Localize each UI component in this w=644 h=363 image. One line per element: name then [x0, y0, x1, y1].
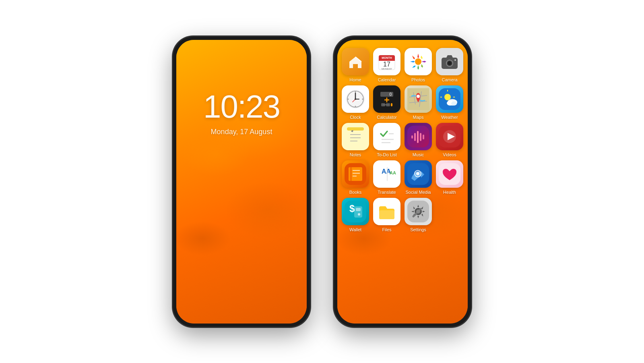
svg-text:17: 17 — [383, 61, 390, 68]
app-clock-label: Clock — [350, 115, 361, 120]
app-videos-label: Videos — [443, 152, 456, 157]
app-camera-label: Camera — [442, 77, 457, 82]
app-grid: Home MONTH 17 MONDAY Calend — [341, 48, 464, 232]
svg-point-17 — [355, 98, 356, 100]
svg-point-11 — [454, 59, 456, 61]
app-social[interactable]: Social Media — [404, 160, 432, 195]
app-music-label: Music — [413, 152, 424, 157]
app-home-label: Home — [349, 77, 361, 82]
svg-point-31 — [417, 95, 420, 98]
svg-point-19 — [355, 106, 356, 107]
svg-point-71 — [416, 172, 419, 175]
app-files-label: Files — [382, 227, 391, 232]
svg-rect-54 — [420, 133, 421, 141]
app-calculator[interactable]: 0 Calculator — [373, 85, 401, 120]
lock-time: 10:23 — [203, 88, 280, 125]
svg-rect-28 — [391, 103, 392, 106]
svg-point-6 — [415, 58, 421, 65]
svg-point-40 — [451, 102, 457, 106]
svg-rect-53 — [417, 131, 419, 143]
app-wallet-label: Wallet — [349, 227, 361, 232]
app-maps-label: Maps — [413, 115, 424, 120]
app-books[interactable]: Books — [341, 160, 369, 195]
app-translate-label: Translate — [378, 190, 396, 195]
app-notes-label: Notes — [350, 152, 361, 157]
svg-point-83 — [416, 210, 420, 214]
app-todo-label: To-Do List — [377, 152, 397, 157]
app-calculator-label: Calculator — [377, 115, 397, 120]
app-music[interactable]: Music — [404, 123, 432, 157]
svg-point-33 — [444, 94, 451, 100]
app-photos[interactable]: Photos — [404, 48, 432, 82]
svg-rect-76 — [356, 208, 361, 211]
svg-rect-61 — [350, 167, 352, 181]
app-camera[interactable]: Camera — [436, 48, 464, 82]
svg-point-20 — [348, 98, 349, 100]
app-books-label: Books — [349, 190, 362, 195]
svg-text:$: $ — [349, 203, 355, 214]
app-wallet[interactable]: $ Wallet — [341, 198, 369, 232]
app-photos-label: Photos — [411, 77, 425, 82]
svg-point-10 — [448, 61, 452, 65]
app-translate[interactable]: AA AA Translate — [373, 160, 401, 195]
app-weather[interactable]: Weather — [436, 85, 464, 120]
app-home[interactable]: Home — [341, 48, 369, 82]
svg-point-21 — [362, 98, 363, 100]
app-videos[interactable]: Videos — [436, 123, 464, 157]
app-clock[interactable]: Clock — [341, 85, 369, 120]
svg-text:0: 0 — [389, 92, 392, 97]
svg-rect-52 — [414, 133, 416, 141]
app-weather-label: Weather — [441, 115, 458, 120]
app-social-label: Social Media — [406, 190, 431, 195]
svg-text:MONDAY: MONDAY — [382, 68, 392, 70]
lockscreen-phone: 10:23 Monday, 17 August — [173, 37, 310, 327]
homescreen-phone: Home MONTH 17 MONDAY Calend — [334, 37, 471, 327]
app-maps[interactable]: Maps — [404, 85, 432, 120]
app-calendar-label: Calendar — [378, 77, 396, 82]
svg-text:MONTH: MONTH — [382, 56, 392, 59]
app-todo[interactable]: To-Do List — [373, 123, 401, 157]
app-health-label: Health — [443, 190, 456, 195]
svg-rect-42 — [347, 127, 364, 131]
app-notes[interactable]: Notes — [341, 123, 369, 157]
app-health[interactable]: Health — [436, 160, 464, 195]
lock-date: Monday, 17 August — [211, 128, 272, 136]
svg-rect-79 — [379, 210, 394, 219]
app-settings[interactable]: Settings — [404, 198, 432, 232]
app-settings-label: Settings — [410, 227, 426, 232]
svg-rect-51 — [411, 135, 413, 139]
app-calendar[interactable]: MONTH 17 MONDAY Calendar — [373, 48, 401, 82]
svg-text:AA: AA — [390, 170, 396, 175]
svg-point-18 — [355, 91, 356, 92]
svg-point-77 — [358, 213, 360, 216]
app-files[interactable]: Files — [373, 198, 401, 232]
svg-rect-55 — [423, 135, 424, 139]
